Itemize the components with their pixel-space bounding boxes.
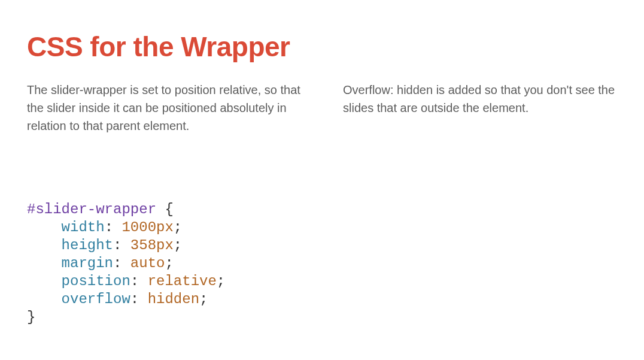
code-value-2: auto: [130, 255, 165, 271]
paragraph-right: Overflow: hidden is added so that you do…: [343, 81, 617, 135]
slide: CSS for the Wrapper The slider-wrapper i…: [0, 0, 644, 326]
code-value-4: hidden: [148, 291, 199, 307]
code-property-4: overflow: [62, 291, 130, 307]
code-value-0: 1000px: [121, 219, 173, 235]
code-semicolon-2: ;: [165, 255, 173, 271]
code-value-3: relative: [148, 273, 217, 289]
code-open-brace: {: [165, 201, 173, 217]
code-colon-3: :: [130, 273, 139, 289]
code-colon-2: :: [113, 255, 121, 271]
code-colon-1: :: [113, 237, 121, 253]
code-selector: #slider-wrapper: [27, 201, 156, 217]
slide-title: CSS for the Wrapper: [27, 33, 617, 60]
text-columns: The slider-wrapper is set to position re…: [27, 81, 617, 135]
css-code-block: #slider-wrapper { width: 1000px; height:…: [27, 201, 617, 326]
code-colon-4: :: [130, 291, 139, 307]
code-property-3: position: [62, 273, 130, 289]
code-semicolon-3: ;: [217, 273, 225, 289]
code-semicolon-0: ;: [174, 219, 182, 235]
code-property-2: margin: [62, 255, 113, 271]
code-property-0: width: [62, 219, 105, 235]
code-close-brace: }: [27, 309, 35, 325]
code-semicolon-4: ;: [199, 291, 208, 307]
code-semicolon-1: ;: [174, 237, 182, 253]
code-property-1: height: [62, 237, 113, 253]
code-value-1: 358px: [130, 237, 174, 253]
code-colon-0: :: [105, 219, 113, 235]
paragraph-left: The slider-wrapper is set to position re…: [27, 81, 301, 135]
